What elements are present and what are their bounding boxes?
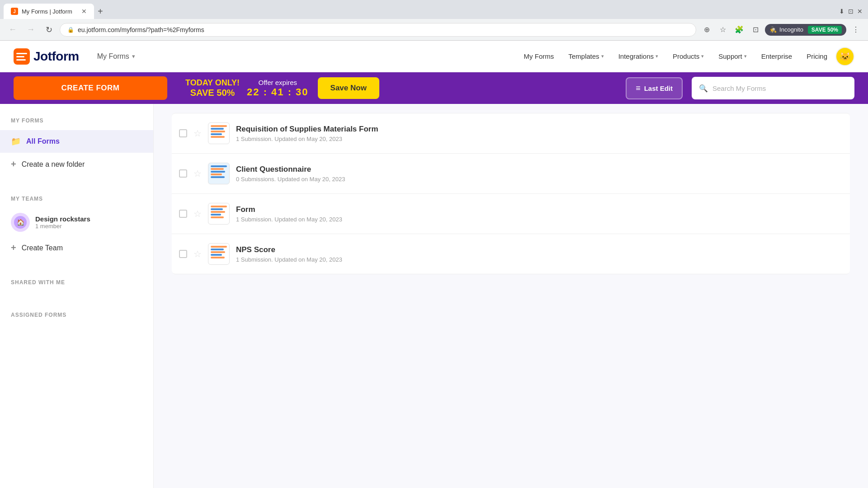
- form-checkbox-2[interactable]: [179, 169, 187, 178]
- form-row[interactable]: ☆ Form 1 Submission. Updated on May 20, …: [172, 194, 850, 234]
- create-team-label: Create Team: [22, 244, 63, 252]
- back-button[interactable]: ←: [5, 23, 20, 37]
- svg-rect-1: [16, 53, 27, 54]
- search-placeholder: Search My Forms: [712, 84, 766, 92]
- team-avatar-icon: 🏠: [14, 216, 27, 229]
- form-info-1: Requisition of Supplies Materials Form 1…: [236, 125, 843, 142]
- form-row[interactable]: ☆ Requisition of Supplies Materials Form…: [172, 113, 850, 154]
- logo-area[interactable]: Jotform: [14, 48, 79, 65]
- form-meta-3: 1 Submission. Updated on May 20, 2023: [236, 216, 843, 223]
- form-star-2[interactable]: ☆: [193, 168, 202, 179]
- sidebar-divider-2: [0, 259, 153, 270]
- browser-actions: ⊕ ☆ 🧩 ⊡ 🕵 Incognito SAVE 50% ⋮: [700, 23, 863, 37]
- forward-button[interactable]: →: [24, 23, 38, 37]
- form-title-2: Client Questionnaire: [236, 165, 843, 174]
- extensions-icon[interactable]: 🧩: [732, 23, 746, 37]
- team-name: Design rockstars: [35, 215, 90, 223]
- form-list: ☆ Requisition of Supplies Materials Form…: [172, 113, 850, 274]
- form-thumbnail-1: [208, 122, 230, 144]
- all-forms-label: All Forms: [26, 137, 60, 145]
- bookmark-icon[interactable]: ☆: [716, 23, 730, 37]
- svg-rect-3: [16, 59, 26, 61]
- incognito-icon: 🕵: [769, 26, 777, 33]
- reload-button[interactable]: ↻: [42, 23, 56, 37]
- form-checkbox-4[interactable]: [179, 250, 187, 258]
- assigned-section-label: ASSIGNED FORMS: [0, 303, 153, 324]
- user-avatar[interactable]: 🐱: [835, 47, 854, 66]
- nav-templates[interactable]: Templates ▾: [562, 49, 610, 64]
- tab-favicon: J: [11, 8, 18, 15]
- form-meta-2: 0 Submissions. Updated on May 20, 2023: [236, 176, 843, 183]
- form-star-3[interactable]: ☆: [193, 208, 202, 219]
- form-info-2: Client Questionnaire 0 Submissions. Upda…: [236, 165, 843, 183]
- promo-text: TODAY ONLY! SAVE 50%: [185, 78, 240, 98]
- create-folder-label: Create a new folder: [22, 160, 85, 169]
- form-row[interactable]: ☆ NPS Score 1 Submission. Updated on May…: [172, 234, 850, 274]
- form-title-3: Form: [236, 205, 843, 214]
- sidebar-create-team[interactable]: + Create Team: [0, 236, 153, 259]
- promo-offer-area: Offer expires 22 : 41 : 30: [247, 79, 309, 98]
- integrations-chevron: ▾: [656, 53, 658, 59]
- sidebar-divider-3: [0, 292, 153, 303]
- last-edit-button[interactable]: ≡ Last Edit: [626, 77, 683, 99]
- profile-icon[interactable]: ⊡: [749, 23, 762, 37]
- promo-save-text: SAVE 50%: [190, 88, 235, 98]
- team-members: 1 member: [35, 223, 90, 230]
- menu-button[interactable]: ⋮: [849, 23, 863, 37]
- url-text: eu.jotform.com/myforms/?path=%2Fmyforms: [78, 26, 204, 33]
- incognito-label: Incognito: [779, 26, 803, 33]
- create-form-button[interactable]: CREATE FORM: [14, 76, 167, 100]
- sidebar-divider-1: [0, 176, 153, 187]
- svg-rect-2: [16, 56, 24, 57]
- save-now-button[interactable]: Save Now: [318, 77, 379, 99]
- incognito-button[interactable]: 🕵 Incognito SAVE 50%: [765, 24, 846, 36]
- my-teams-section-label: MY TEAMS: [0, 187, 153, 208]
- nav-enterprise[interactable]: Enterprise: [755, 49, 798, 64]
- shared-section-label: SHARED WITH ME: [0, 270, 153, 292]
- team-avatar: 🏠: [11, 213, 30, 232]
- search-forms-input[interactable]: 🔍 Search My Forms: [692, 77, 854, 99]
- sidebar-all-forms[interactable]: 📁 All Forms: [0, 130, 153, 153]
- lock-icon: 🔒: [67, 27, 74, 33]
- browser-chrome: J My Forms | Jotform ✕ + ⬇ ⊡ ✕ ← → ↻ 🔒 e…: [0, 0, 868, 41]
- my-forms-chevron: ▾: [132, 53, 135, 60]
- new-tab-button[interactable]: +: [94, 6, 107, 17]
- form-star-1[interactable]: ☆: [193, 128, 202, 139]
- tab-close-button[interactable]: ✕: [81, 8, 87, 15]
- team-info: Design rockstars 1 member: [35, 215, 90, 230]
- form-checkbox-1[interactable]: [179, 129, 187, 137]
- form-checkbox-3[interactable]: [179, 210, 187, 218]
- promo-offer-label: Offer expires: [259, 79, 297, 86]
- promo-today-text: TODAY ONLY!: [185, 78, 240, 88]
- nav-support[interactable]: Support ▾: [712, 49, 753, 64]
- logo-text: Jotform: [33, 49, 79, 64]
- cast-icon[interactable]: ⊕: [700, 23, 713, 37]
- form-star-4[interactable]: ☆: [193, 249, 202, 259]
- products-chevron: ▾: [701, 53, 704, 59]
- team-design-rockstars[interactable]: 🏠 Design rockstars 1 member: [0, 208, 153, 236]
- search-icon: 🔍: [699, 84, 708, 93]
- app-header: Jotform My Forms ▾ My Forms Templates ▾ …: [0, 41, 868, 72]
- nav-my-forms[interactable]: My Forms: [518, 49, 561, 64]
- nav-products[interactable]: Products ▾: [666, 49, 710, 64]
- my-forms-section-label: MY FORMS: [0, 117, 153, 130]
- form-thumbnail-2: [208, 163, 230, 184]
- form-thumbnail-4: [208, 243, 230, 265]
- form-row[interactable]: ☆ Client Questionnaire 0 Submissions. Up…: [172, 154, 850, 194]
- sidebar-create-folder[interactable]: + Create a new folder: [0, 153, 153, 176]
- promo-timer: 22 : 41 : 30: [247, 86, 309, 98]
- form-title-4: NPS Score: [236, 245, 843, 254]
- nav-integrations[interactable]: Integrations ▾: [612, 49, 665, 64]
- form-info-3: Form 1 Submission. Updated on May 20, 20…: [236, 205, 843, 223]
- main-layout: MY FORMS 📁 All Forms + Create a new fold…: [0, 104, 868, 488]
- plus-icon: +: [11, 159, 16, 169]
- nav-pricing[interactable]: Pricing: [800, 49, 834, 64]
- url-bar[interactable]: 🔒 eu.jotform.com/myforms/?path=%2Fmyform…: [60, 23, 696, 37]
- browser-controls: ← → ↻ 🔒 eu.jotform.com/myforms/?path=%2F…: [0, 19, 868, 41]
- browser-tab-bar: J My Forms | Jotform ✕ + ⬇ ⊡ ✕: [0, 0, 868, 19]
- browser-tab-active[interactable]: J My Forms | Jotform ✕: [4, 4, 94, 19]
- support-chevron: ▾: [744, 53, 747, 59]
- templates-chevron: ▾: [601, 53, 604, 59]
- form-meta-1: 1 Submission. Updated on May 20, 2023: [236, 136, 843, 142]
- my-forms-dropdown[interactable]: My Forms ▾: [93, 50, 140, 63]
